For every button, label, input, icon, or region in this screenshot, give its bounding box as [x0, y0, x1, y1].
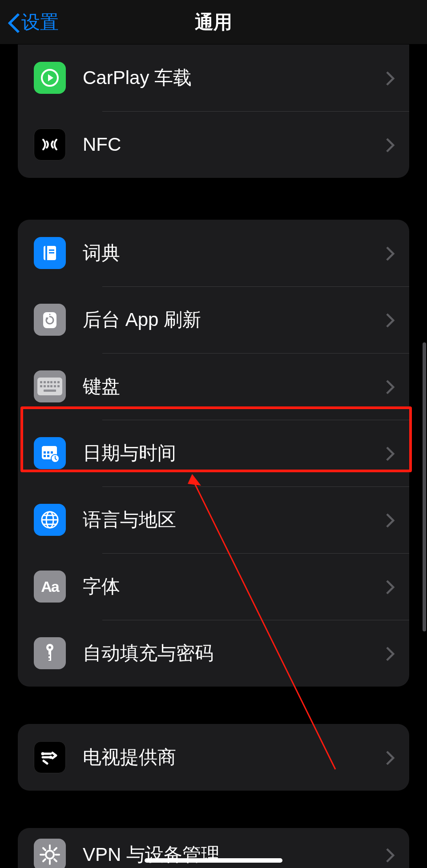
- chevron-right-icon: [384, 446, 393, 460]
- row-label: 后台 App 刷新: [83, 307, 384, 332]
- settings-group-3: 电视提供商: [18, 724, 409, 791]
- svg-rect-12: [47, 451, 49, 454]
- chevron-left-icon: [8, 13, 19, 31]
- home-indicator[interactable]: [145, 858, 282, 863]
- row-label: VPN 与设备管理: [83, 842, 384, 867]
- row-label: 自动填充与密码: [83, 641, 384, 666]
- row-keyboard[interactable]: 键盘: [18, 353, 409, 420]
- scrollbar-thumb[interactable]: [423, 342, 426, 631]
- row-nfc[interactable]: NFC: [18, 111, 409, 178]
- carplay-icon: [34, 62, 66, 94]
- dictionary-icon: [34, 237, 66, 269]
- svg-point-25: [41, 752, 44, 755]
- row-label: 日期与时间: [83, 441, 384, 466]
- nav-bar: 设置 通用: [0, 0, 427, 44]
- nfc-icon: [34, 129, 66, 161]
- svg-rect-13: [51, 451, 53, 454]
- svg-rect-24: [48, 658, 50, 660]
- svg-line-34: [43, 859, 45, 861]
- row-label: CarPlay 车载: [83, 65, 384, 90]
- globe-icon: [34, 504, 66, 536]
- svg-rect-11: [44, 451, 46, 454]
- svg-rect-14: [44, 455, 46, 457]
- row-autofill-passwords[interactable]: 自动填充与密码: [18, 620, 409, 687]
- svg-rect-4: [49, 249, 54, 251]
- svg-point-27: [46, 851, 54, 859]
- chevron-right-icon: [384, 579, 393, 594]
- back-button[interactable]: 设置: [8, 0, 59, 44]
- row-date-time[interactable]: 日期与时间: [18, 420, 409, 486]
- settings-group-2: 词典 后台 App 刷新: [18, 220, 409, 687]
- fonts-icon: Aa: [34, 571, 66, 603]
- calendar-clock-icon: [34, 437, 66, 469]
- row-language-region[interactable]: 语言与地区: [18, 486, 409, 553]
- row-fonts[interactable]: Aa 字体: [18, 553, 409, 620]
- svg-rect-3: [45, 246, 47, 260]
- chevron-right-icon: [384, 750, 393, 764]
- svg-point-8: [49, 314, 51, 315]
- svg-rect-10: [42, 446, 57, 450]
- svg-rect-15: [47, 455, 49, 457]
- fonts-icon-text: Aa: [41, 578, 58, 595]
- chevron-right-icon: [384, 848, 393, 862]
- key-icon: [34, 637, 66, 669]
- svg-point-21: [48, 646, 51, 649]
- svg-rect-23: [48, 655, 50, 656]
- row-dictionary[interactable]: 词典: [18, 220, 409, 286]
- svg-line-33: [54, 859, 56, 861]
- row-label: 键盘: [83, 374, 384, 399]
- chevron-right-icon: [384, 246, 393, 260]
- svg-line-35: [54, 848, 56, 850]
- settings-scroll-view[interactable]: CarPlay 车载 NFC: [0, 44, 427, 868]
- chevron-right-icon: [384, 513, 393, 527]
- refresh-icon: [34, 304, 66, 336]
- svg-rect-5: [49, 252, 54, 253]
- tv-provider-icon: [34, 741, 66, 773]
- row-label: 词典: [83, 241, 384, 265]
- row-background-app-refresh[interactable]: 后台 App 刷新: [18, 286, 409, 353]
- row-label: 语言与地区: [83, 507, 384, 532]
- chevron-right-icon: [384, 379, 393, 394]
- row-label: 电视提供商: [83, 745, 384, 770]
- keyboard-icon: [34, 370, 66, 402]
- settings-group-1: CarPlay 车载 NFC: [18, 44, 409, 178]
- chevron-right-icon: [384, 71, 393, 85]
- svg-marker-1: [48, 74, 53, 81]
- chevron-right-icon: [384, 313, 393, 327]
- row-label: 字体: [83, 574, 384, 599]
- row-tv-provider[interactable]: 电视提供商: [18, 724, 409, 791]
- row-carplay[interactable]: CarPlay 车载: [18, 44, 409, 111]
- chevron-right-icon: [384, 646, 393, 660]
- gear-icon: [34, 839, 66, 868]
- chevron-right-icon: [384, 137, 393, 152]
- svg-line-32: [43, 848, 45, 850]
- row-label: NFC: [83, 134, 384, 155]
- page-title: 通用: [195, 10, 232, 35]
